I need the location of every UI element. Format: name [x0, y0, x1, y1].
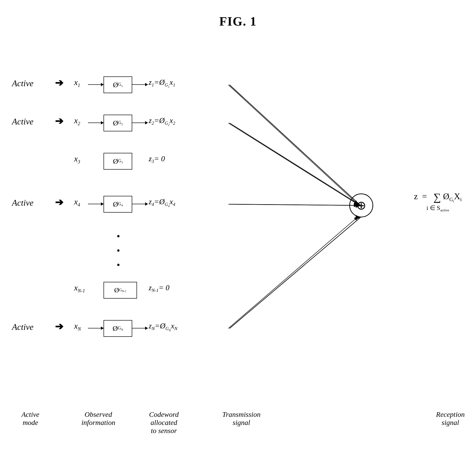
svg-line-3 [230, 217, 361, 329]
x-var-2: x2 [74, 116, 80, 126]
arrow-to-box-1 [88, 84, 103, 85]
x-var-n: xN [74, 321, 81, 332]
arrow-from-box-2 [132, 123, 148, 123]
arrow-to-box-n [88, 328, 103, 329]
bottom-labels: Activemode Observedinformation Codeworda… [0, 410, 476, 435]
active-label-1: Active [12, 78, 53, 88]
z-expr-1: z1=ØG1x1 [149, 78, 175, 89]
phi-box-4: ØG4 [103, 196, 132, 213]
z-expr-2: z2=ØG2x2 [149, 116, 175, 127]
page-title: FIG. 1 [0, 0, 476, 28]
phi-box-n: ØGN [103, 320, 132, 337]
svg-line-0 [230, 85, 361, 206]
phi-box-n1: ØGN-1 [103, 282, 137, 299]
diagram: ⊕ z = ∑ ØGiXi i ∈ Sactive Active ➔ x1 ØG… [0, 48, 476, 442]
svg-line-8 [228, 85, 359, 205]
bold-arrow-4: ➔ [55, 196, 63, 208]
label-transmission: Transmissionsignal [213, 410, 269, 427]
bold-arrow-2: ➔ [55, 115, 63, 127]
arrow-to-box-2 [88, 123, 103, 123]
bold-arrow-1: ➔ [55, 77, 63, 89]
active-label-4: Active [12, 198, 34, 208]
x-var-3: x3 [74, 154, 80, 165]
phi-box-2: ØG2 [103, 115, 132, 131]
phi-box-1: ØG1 [103, 76, 132, 93]
svg-line-11 [228, 216, 359, 329]
label-observed: Observedinformation [70, 410, 126, 427]
arrow-from-box-4 [132, 204, 148, 204]
oplus-circle: ⊕ [349, 193, 373, 217]
sum-expression: z = ∑ ØGiXi i ∈ Sactive [414, 191, 462, 212]
svg-line-1 [230, 123, 361, 206]
arrow-from-box-n [132, 328, 148, 329]
connection-lines [0, 48, 476, 442]
label-codeword: Codewordallocatedto sensor [138, 410, 189, 435]
x-var-4: x4 [74, 197, 80, 207]
svg-line-9 [228, 123, 359, 205]
bold-arrow-n: ➔ [55, 321, 63, 332]
z-expr-4: z4=ØG4x4 [149, 197, 175, 208]
x-var-1: x1 [74, 78, 80, 88]
phi-box-3: ØG3 [103, 153, 132, 170]
ellipsis-dots: • • • [117, 229, 120, 272]
arrow-to-box-4 [88, 204, 103, 204]
svg-line-2 [230, 204, 361, 206]
label-reception: Receptionsignal [425, 410, 476, 427]
z-expr-3: z3= 0 [149, 154, 165, 164]
arrow-from-box-1 [132, 84, 148, 85]
active-label-n: Active [12, 322, 34, 332]
oplus-symbol: ⊕ [356, 198, 366, 212]
z-expr-n1: zN-1= 0 [149, 283, 170, 293]
active-label-2: Active [12, 116, 34, 127]
z-expr-n: zN=ØGNxN [149, 321, 177, 332]
label-active-mode: Activemode [5, 410, 56, 427]
x-var-n1: xN-1 [74, 283, 85, 294]
svg-line-10 [228, 204, 359, 206]
